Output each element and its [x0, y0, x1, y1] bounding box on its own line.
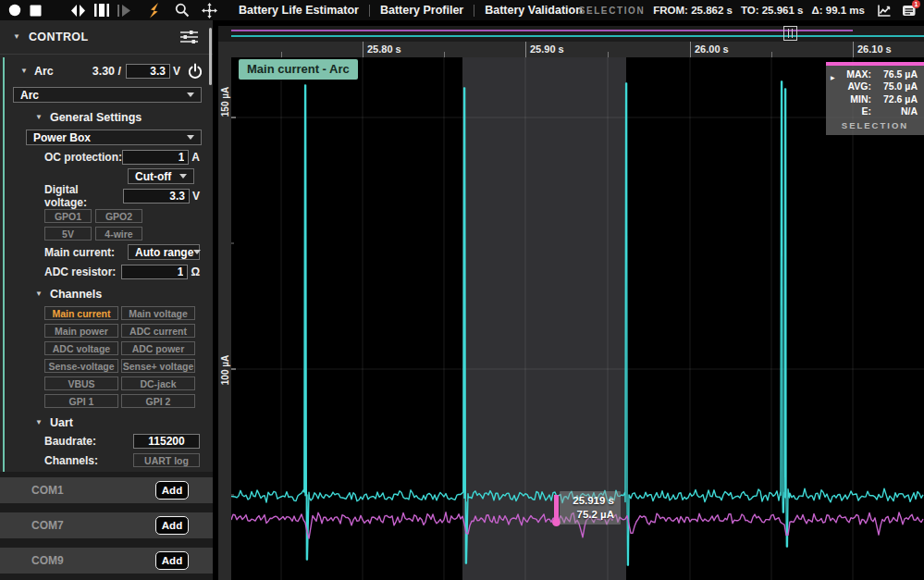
- channel-adc-power[interactable]: ADC power: [121, 341, 195, 355]
- oc-mode-select[interactable]: Cut-off: [128, 168, 194, 184]
- add-com9-button[interactable]: Add: [155, 551, 189, 570]
- chevron-down-icon: [179, 174, 187, 179]
- com-port-name: COM7: [31, 519, 155, 532]
- timeline-overview[interactable]: [218, 26, 924, 42]
- main-current-range-row: Main current: Auto range: [44, 244, 200, 260]
- 4wire-toggle[interactable]: 4-wire: [95, 227, 142, 241]
- channel-main-current[interactable]: Main current: [44, 306, 118, 320]
- 5v-toggle[interactable]: 5V: [44, 227, 92, 241]
- uart-header[interactable]: ▼ Uart: [35, 416, 213, 429]
- collapse-caret-icon[interactable]: ▼: [13, 33, 20, 41]
- control-header[interactable]: ▼ CONTROL: [0, 20, 213, 55]
- uart-channels-row: Channels: UART log: [44, 452, 200, 468]
- channel-dc-jack[interactable]: DC-jack: [121, 376, 195, 390]
- chevron-down-icon: [187, 135, 194, 140]
- channel-main-voltage[interactable]: Main voltage: [121, 306, 195, 320]
- analytics-icon[interactable]: [877, 4, 892, 18]
- tab-battery-profiler[interactable]: Battery Profiler: [380, 4, 463, 17]
- digital-voltage-row: Digital voltage: V: [44, 188, 200, 204]
- zoom-icon[interactable]: [175, 3, 190, 18]
- current-axis[interactable]: 150 µA100 µA: [218, 57, 231, 580]
- selection-to: TO: 25.961 s: [741, 5, 804, 16]
- gpo1-toggle[interactable]: GPO1: [44, 209, 92, 223]
- channel-toggle-grid: Main current Main voltage Main power ADC…: [44, 306, 213, 408]
- selection-label: SELECTION: [579, 6, 646, 16]
- collapse-caret-icon[interactable]: ▼: [35, 114, 43, 121]
- overview-cyan-trace: [231, 35, 924, 37]
- gpo2-toggle[interactable]: GPO2: [95, 209, 142, 223]
- device-row: ▼ Arc 3.30 / V: [20, 63, 203, 80]
- transport-controls: [8, 0, 42, 20]
- main-current-range-select[interactable]: Auto range: [128, 244, 200, 260]
- channel-sense-minus[interactable]: Sense-voltage: [44, 359, 118, 373]
- power-button[interactable]: [187, 63, 203, 80]
- selection-stats-box: ▶ MAX: 76.5 µA AVG: 75.0 µA MIN: 72.6 µA…: [826, 62, 924, 135]
- tab-separator: [369, 5, 370, 17]
- com-port-name: COM1: [31, 484, 155, 497]
- stat-max: MAX: 76.5 µA: [826, 68, 924, 80]
- x-axis-label: 25.90 s: [530, 43, 564, 55]
- plot-area[interactable]: Main current - Arc ▶ MAX: 76.5 µA AVG: 7…: [231, 57, 924, 580]
- channel-adc-voltage[interactable]: ADC voltage: [44, 341, 118, 355]
- tooltip-time: 25.919 s: [566, 494, 614, 508]
- stop-icon[interactable]: [30, 5, 42, 17]
- column-view-icon[interactable]: [94, 4, 109, 17]
- baudrate-input[interactable]: [133, 434, 200, 449]
- sidebar-scrollbar[interactable]: [209, 28, 212, 85]
- viewport-handle[interactable]: [783, 26, 797, 41]
- channel-gpi2[interactable]: GPI 2: [121, 394, 195, 408]
- collapse-caret-icon[interactable]: ▼: [20, 68, 28, 75]
- collapse-caret-icon[interactable]: ▼: [35, 419, 43, 426]
- notes-icon[interactable]: 1: [902, 4, 917, 17]
- channel-main-power[interactable]: Main power: [44, 324, 118, 338]
- stat-min: MIN: 72.6 µA: [826, 93, 924, 105]
- x-axis-tick: [853, 42, 854, 57]
- y-axis-label: 150 µA: [220, 87, 230, 117]
- tab-battery-life-estimator[interactable]: Battery Life Estimator: [239, 4, 359, 17]
- time-axis[interactable]: 25.80 s25.90 s26.00 s26.10 s: [218, 42, 924, 57]
- channel-gpi1[interactable]: GPI 1: [44, 394, 118, 408]
- oc-protection-row: OC protection: A: [44, 149, 200, 165]
- device-accent-bar: [3, 57, 5, 472]
- notes-badge: 1: [912, 0, 920, 8]
- chevron-down-icon: [187, 93, 194, 97]
- channel-adc-current[interactable]: ADC current: [121, 324, 195, 338]
- x-axis-label: 25.80 s: [367, 43, 401, 55]
- general-settings-header[interactable]: ▼ General Settings: [35, 111, 213, 124]
- channels-header[interactable]: ▼ Channels: [35, 288, 213, 301]
- oc-protection-input[interactable]: [122, 150, 189, 165]
- adc-resistor-row: ADC resistor: Ω: [44, 264, 200, 279]
- stats-footer: SELECTION: [826, 118, 924, 130]
- stat-energy: E: N/A: [826, 105, 924, 117]
- measured-voltage: 3.30 /: [92, 65, 121, 78]
- split-view-icon[interactable]: [70, 4, 86, 18]
- chevron-down-icon: [193, 250, 201, 254]
- channel-vbus[interactable]: VBUS: [44, 376, 118, 390]
- adc-resistor-input[interactable]: [121, 265, 188, 279]
- play-icon[interactable]: [117, 5, 131, 17]
- add-com1-button[interactable]: Add: [155, 481, 189, 500]
- legend-main-current[interactable]: Main current - Arc: [239, 59, 358, 80]
- settings-sliders-icon[interactable]: [180, 30, 198, 44]
- record-icon[interactable]: [8, 4, 21, 17]
- overview-magenta-trace: [231, 30, 853, 31]
- cursor-tooltip: 25.919 s 75.2 µA: [560, 491, 621, 524]
- com-port-row: COM7 Add: [0, 512, 213, 538]
- voltage-input[interactable]: [126, 64, 170, 79]
- supply-select[interactable]: Power Box: [26, 130, 202, 145]
- x-axis-tick: [363, 42, 363, 57]
- channel-sense-plus[interactable]: Sense+ voltage: [121, 359, 195, 373]
- chart-panel: 25.80 s25.90 s26.00 s26.10 s 150 µA100 µ…: [218, 20, 924, 580]
- oc-mode-row: Cut-off: [0, 168, 194, 184]
- device-select[interactable]: Arc: [13, 87, 202, 103]
- add-com7-button[interactable]: Add: [155, 516, 189, 535]
- digital-voltage-input[interactable]: [123, 189, 190, 204]
- tab-battery-validation[interactable]: Battery Validation: [485, 4, 583, 17]
- y-axis-label: 100 µA: [220, 355, 230, 385]
- pan-icon[interactable]: [202, 3, 217, 19]
- select-cursor-icon[interactable]: [148, 3, 163, 19]
- uart-log-toggle[interactable]: UART log: [133, 453, 200, 467]
- view-controls: [70, 0, 131, 20]
- collapse-caret-icon[interactable]: ▼: [35, 290, 43, 298]
- com-port-name: COM9: [31, 554, 155, 567]
